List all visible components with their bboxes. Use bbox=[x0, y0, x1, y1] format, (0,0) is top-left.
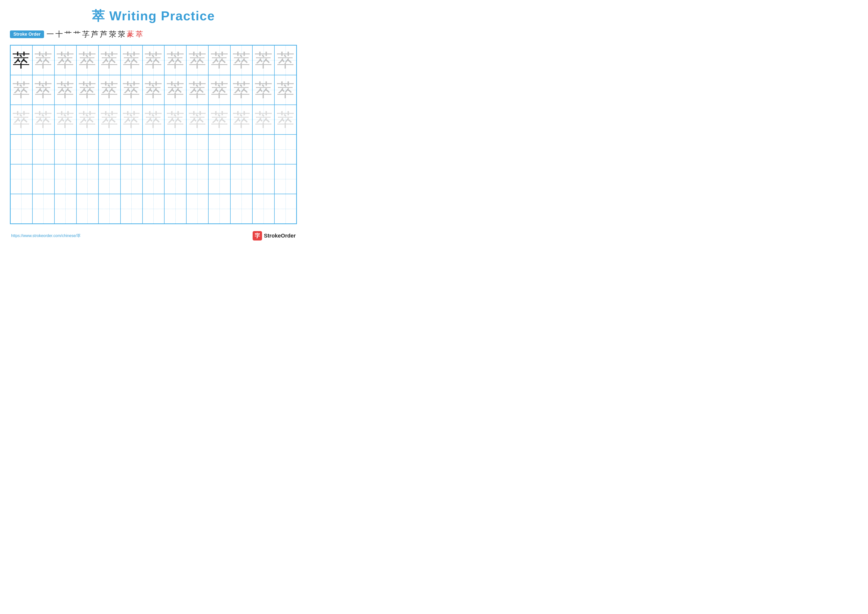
grid-cell[interactable]: 萃 bbox=[121, 105, 143, 135]
practice-grid: 萃萃萃萃萃萃萃萃萃萃萃萃萃萃萃萃萃萃萃萃萃萃萃萃萃萃萃萃萃萃萃萃萃萃萃萃萃萃萃 bbox=[10, 45, 297, 224]
page-title: 萃 Writing Practice bbox=[10, 8, 297, 25]
grid-cell[interactable]: 萃 bbox=[54, 75, 76, 105]
grid-cell[interactable] bbox=[98, 194, 121, 224]
grid-cell[interactable]: 萃 bbox=[274, 45, 296, 75]
grid-cell[interactable]: 萃 bbox=[208, 105, 230, 135]
grid-cell[interactable] bbox=[164, 194, 186, 224]
grid-cell[interactable]: 萃 bbox=[143, 75, 164, 105]
grid-cell[interactable] bbox=[253, 135, 274, 164]
stroke-1: 一 bbox=[46, 29, 54, 39]
stroke-4: 艹 bbox=[73, 29, 81, 39]
grid-cell[interactable]: 萃 bbox=[54, 45, 76, 75]
grid-cell[interactable] bbox=[76, 135, 98, 164]
grid-cell[interactable] bbox=[186, 164, 208, 194]
grid-cell[interactable] bbox=[208, 135, 230, 164]
grid-cell[interactable] bbox=[208, 194, 230, 224]
grid-cell[interactable]: 萃 bbox=[274, 105, 296, 135]
stroke-7: 芦 bbox=[100, 29, 107, 39]
grid-cell[interactable] bbox=[33, 164, 54, 194]
logo-icon-box: 字 bbox=[253, 231, 262, 241]
grid-cell[interactable] bbox=[186, 194, 208, 224]
grid-cell[interactable] bbox=[121, 135, 143, 164]
grid-cell[interactable]: 萃 bbox=[121, 75, 143, 105]
grid-cell[interactable] bbox=[253, 164, 274, 194]
grid-cell[interactable]: 萃 bbox=[230, 105, 253, 135]
grid-cell[interactable] bbox=[121, 164, 143, 194]
stroke-3: 艹 bbox=[64, 29, 72, 39]
grid-cell[interactable]: 萃 bbox=[186, 45, 208, 75]
grid-cell[interactable]: 萃 bbox=[33, 75, 54, 105]
grid-cell[interactable] bbox=[10, 135, 33, 164]
grid-cell[interactable] bbox=[230, 135, 253, 164]
logo-text: StrokeOrder bbox=[264, 233, 296, 239]
grid-cell[interactable] bbox=[54, 194, 76, 224]
grid-cell[interactable]: 萃 bbox=[253, 45, 274, 75]
grid-cell[interactable]: 萃 bbox=[98, 75, 121, 105]
grid-cell[interactable]: 萃 bbox=[76, 105, 98, 135]
grid-cell[interactable]: 萃 bbox=[143, 105, 164, 135]
grid-cell[interactable]: 萃 bbox=[230, 45, 253, 75]
grid-cell[interactable]: 萃 bbox=[33, 45, 54, 75]
grid-cell[interactable] bbox=[186, 135, 208, 164]
grid-cell[interactable] bbox=[274, 194, 296, 224]
grid-cell[interactable]: 萃 bbox=[253, 105, 274, 135]
grid-cell[interactable] bbox=[208, 164, 230, 194]
grid-cell[interactable]: 萃 bbox=[274, 75, 296, 105]
stroke-9: 荥 bbox=[118, 29, 125, 39]
grid-cell[interactable] bbox=[98, 135, 121, 164]
grid-cell[interactable]: 萃 bbox=[164, 45, 186, 75]
grid-cell[interactable]: 萃 bbox=[164, 75, 186, 105]
grid-cell[interactable]: 萃 bbox=[98, 105, 121, 135]
footer-logo: 字 StrokeOrder bbox=[253, 231, 296, 241]
grid-cell[interactable]: 萃 bbox=[76, 45, 98, 75]
grid-cell[interactable] bbox=[33, 135, 54, 164]
grid-cell[interactable]: 萃 bbox=[10, 45, 33, 75]
grid-cell[interactable]: 萃 bbox=[186, 105, 208, 135]
grid-cell[interactable] bbox=[230, 194, 253, 224]
grid-cell[interactable]: 萃 bbox=[230, 75, 253, 105]
grid-cell[interactable] bbox=[274, 164, 296, 194]
grid-cell[interactable]: 萃 bbox=[186, 75, 208, 105]
grid-cell[interactable]: 萃 bbox=[253, 75, 274, 105]
grid-cell[interactable]: 萃 bbox=[10, 105, 33, 135]
grid-cell[interactable]: 萃 bbox=[208, 75, 230, 105]
grid-cell[interactable] bbox=[98, 164, 121, 194]
grid-cell[interactable]: 萃 bbox=[33, 105, 54, 135]
grid-cell[interactable] bbox=[143, 194, 164, 224]
grid-cell[interactable]: 萃 bbox=[54, 105, 76, 135]
grid-cell[interactable]: 萃 bbox=[121, 45, 143, 75]
stroke-order-row: Stroke Order 一 十 艹 艹 芓 芦 芦 荥 荥 蒃 萃 bbox=[10, 29, 297, 39]
grid-cell[interactable] bbox=[253, 194, 274, 224]
grid-cell[interactable] bbox=[33, 194, 54, 224]
stroke-11: 萃 bbox=[136, 29, 143, 39]
stroke-5: 芓 bbox=[82, 29, 90, 39]
grid-cell[interactable] bbox=[121, 194, 143, 224]
grid-cell[interactable] bbox=[54, 135, 76, 164]
stroke-2: 十 bbox=[56, 29, 63, 39]
grid-cell[interactable] bbox=[230, 164, 253, 194]
stroke-6: 芦 bbox=[91, 29, 98, 39]
grid-cell[interactable]: 萃 bbox=[76, 75, 98, 105]
grid-cell[interactable] bbox=[164, 135, 186, 164]
grid-cell[interactable] bbox=[164, 164, 186, 194]
grid-cell[interactable] bbox=[274, 135, 296, 164]
grid-cell[interactable] bbox=[143, 164, 164, 194]
stroke-8: 荥 bbox=[109, 29, 116, 39]
grid-cell[interactable] bbox=[54, 164, 76, 194]
grid-cell[interactable] bbox=[76, 194, 98, 224]
grid-cell[interactable]: 萃 bbox=[10, 75, 33, 105]
footer-link[interactable]: https://www.strokeorder.com/chinese/萃 bbox=[11, 233, 81, 238]
grid-cell[interactable]: 萃 bbox=[164, 105, 186, 135]
grid-cell[interactable] bbox=[143, 135, 164, 164]
grid-cell[interactable]: 萃 bbox=[98, 45, 121, 75]
grid-cell[interactable]: 萃 bbox=[208, 45, 230, 75]
grid-cell[interactable] bbox=[10, 194, 33, 224]
grid-cell[interactable] bbox=[76, 164, 98, 194]
stroke-order-chars: 一 十 艹 艹 芓 芦 芦 荥 荥 蒃 萃 bbox=[46, 29, 143, 39]
grid-cell[interactable]: 萃 bbox=[143, 45, 164, 75]
grid-cell[interactable] bbox=[10, 164, 33, 194]
footer: https://www.strokeorder.com/chinese/萃 字 … bbox=[10, 231, 297, 241]
stroke-10: 蒃 bbox=[127, 29, 134, 39]
stroke-order-badge: Stroke Order bbox=[10, 31, 44, 38]
